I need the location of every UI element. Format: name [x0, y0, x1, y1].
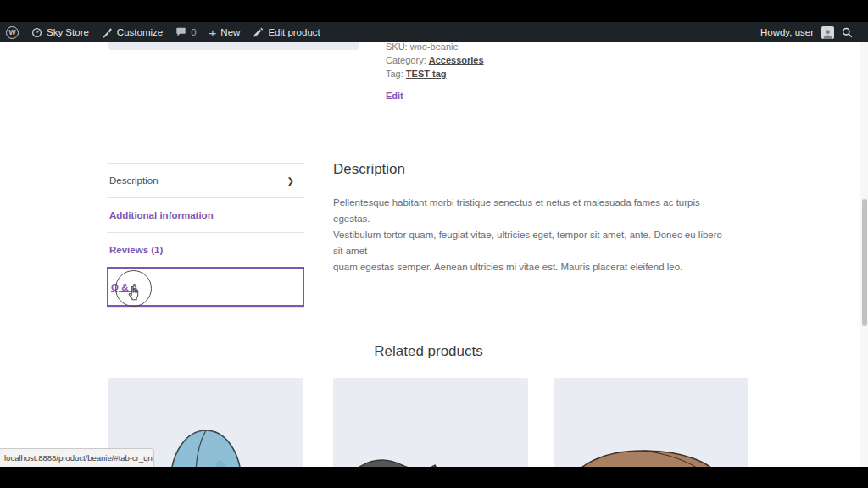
- related-products-heading: Related products: [108, 343, 748, 360]
- dashboard-gauge-icon: [31, 27, 42, 38]
- edit-product-menu[interactable]: Edit product: [253, 27, 320, 38]
- plus-icon: +: [209, 26, 217, 39]
- description-line: Pellentesque habitant morbi tristique se…: [333, 195, 732, 227]
- new-content-menu[interactable]: + New: [209, 26, 241, 39]
- howdy-label[interactable]: Howdy, user: [760, 27, 814, 37]
- customize-menu[interactable]: Customize: [102, 27, 163, 38]
- status-bar-url: localhost:8888/product/beanie/#tab-cr_qn…: [0, 448, 154, 467]
- related-product-belt[interactable]: [554, 378, 748, 467]
- wp-admin-bar: W Sky Store Customize 0: [0, 22, 868, 42]
- edit-product-label: Edit product: [268, 27, 320, 37]
- scrollbar-thumb[interactable]: [862, 199, 867, 326]
- category-link[interactable]: Accessories: [429, 55, 484, 65]
- comments-bubble-icon: [175, 27, 186, 37]
- chevron-right-icon: ❯: [287, 176, 294, 186]
- scrollbar-track[interactable]: [860, 42, 868, 467]
- sku-label: SKU:: [386, 42, 408, 52]
- tabs-bottom-divider: [107, 307, 304, 308]
- tag-link[interactable]: TEST tag: [406, 69, 447, 79]
- tag-line: Tag: TEST tag: [386, 67, 484, 80]
- tab-reviews[interactable]: Reviews (1): [107, 232, 304, 267]
- site-name-menu[interactable]: Sky Store: [31, 27, 89, 38]
- tab-reviews-label: Reviews (1): [109, 245, 163, 255]
- customize-label: Customize: [117, 27, 163, 37]
- customize-brush-icon: [102, 27, 113, 38]
- category-line: Category: Accessories: [386, 53, 484, 67]
- edit-pencil-icon: [253, 27, 264, 38]
- comments-menu[interactable]: 0: [175, 27, 196, 37]
- description-line: quam egestas semper. Aenean ultricies mi…: [333, 259, 732, 275]
- admin-bar-left: W Sky Store Customize 0: [0, 26, 333, 39]
- product-meta: SKU: woo-beanie Category: Accessories Ta…: [386, 42, 484, 103]
- beanie-illustration: [166, 425, 246, 467]
- screen: W Sky Store Customize 0: [0, 0, 868, 488]
- category-label: Category:: [386, 55, 426, 65]
- product-image-bottom-edge: [108, 42, 359, 50]
- hand-cursor-icon: [127, 286, 141, 301]
- belt-illustration: [554, 442, 748, 467]
- sku-line: SKU: woo-beanie: [386, 42, 484, 53]
- tab-additional-information-label: Additional information: [109, 210, 214, 220]
- related-product-sunglasses[interactable]: [333, 378, 528, 467]
- description-body: Pellentesque habitant morbi tristique se…: [333, 195, 732, 275]
- avatar-person-icon: [822, 29, 833, 39]
- comments-count: 0: [191, 27, 196, 37]
- sku-value: woo-beanie: [410, 42, 459, 52]
- sunglasses-illustration: [333, 447, 528, 467]
- site-name-label: Sky Store: [47, 27, 89, 37]
- new-label: New: [220, 27, 240, 37]
- admin-bar-right: Howdy, user: [760, 26, 868, 39]
- description-line: Vestibulum tortor quam, feugiat vitae, u…: [333, 227, 732, 259]
- search-icon[interactable]: [842, 27, 853, 38]
- user-avatar[interactable]: [821, 26, 834, 39]
- storefront-page: SKU: woo-beanie Category: Accessories Ta…: [0, 42, 868, 467]
- tab-description-label: Description: [109, 175, 159, 186]
- tag-label: Tag:: [386, 69, 403, 79]
- tab-description[interactable]: Description ❯: [107, 163, 304, 197]
- wp-logo-menu[interactable]: W: [6, 26, 19, 39]
- description-heading: Description: [333, 161, 405, 178]
- edit-product-link[interactable]: Edit: [386, 89, 403, 103]
- tab-additional-information[interactable]: Additional information: [107, 197, 304, 232]
- wordpress-logo-icon: W: [6, 26, 19, 39]
